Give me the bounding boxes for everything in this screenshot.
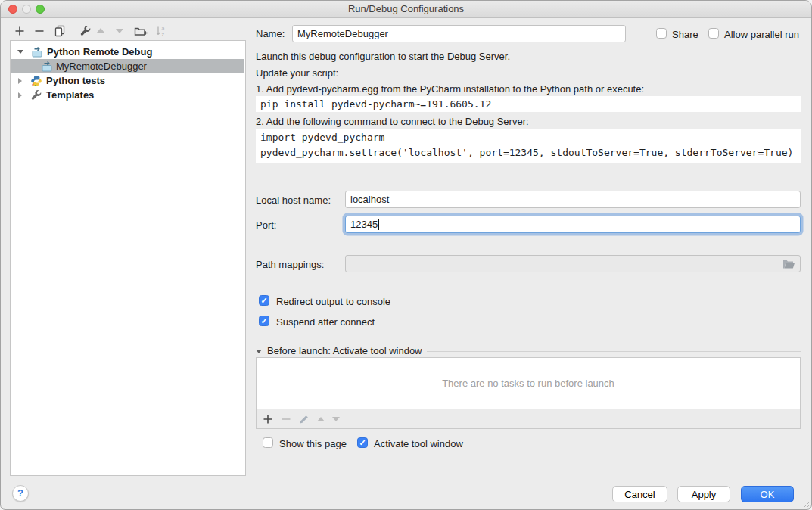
ok-button[interactable]: OK — [741, 486, 794, 502]
before-launch-title: Before launch: Activate tool window — [267, 345, 422, 356]
minimize-window-icon — [22, 5, 31, 14]
remove-configuration-icon[interactable] — [33, 25, 45, 37]
close-window-icon[interactable] — [8, 5, 17, 14]
tree-item-templates[interactable]: Templates — [11, 88, 244, 102]
tree-item-python-tests[interactable]: Python tests — [11, 73, 244, 88]
svg-text:a: a — [162, 26, 165, 31]
text-caret — [378, 219, 379, 230]
remote-debug-icon — [41, 61, 53, 73]
apply-button[interactable]: Apply — [677, 486, 730, 502]
before-launch-header[interactable]: Before launch: Activate tool window — [256, 345, 801, 356]
redirect-output-checkbox[interactable] — [259, 295, 269, 306]
import-code-block[interactable]: import pydevd_pycharmpydevd_pycharm.sett… — [256, 129, 801, 163]
chevron-expanded-icon[interactable] — [256, 350, 262, 353]
instruction-intro: Launch this debug configuration to start… — [256, 51, 510, 62]
empty-task-message: There are no tasks to run before launch — [442, 378, 614, 389]
suspend-after-connect-label: Suspend after connect — [276, 316, 375, 328]
cancel-button[interactable]: Cancel — [612, 486, 667, 502]
tree-item-python-remote-debug[interactable]: Python Remote Debug — [11, 45, 244, 59]
python-tests-icon — [30, 75, 42, 87]
folder-icon[interactable] — [782, 259, 795, 269]
name-input[interactable] — [292, 25, 626, 42]
tree-item-myremotedebugger[interactable]: MyRemoteDebugger — [11, 59, 244, 73]
remote-debug-icon — [31, 46, 43, 58]
sidebar-toolbar: az — [10, 24, 246, 39]
suspend-after-connect-checkbox[interactable] — [259, 316, 269, 326]
port-input[interactable]: 12345 — [345, 216, 801, 233]
remove-task-icon — [281, 414, 291, 424]
path-mappings-label: Path mappings: — [256, 259, 324, 270]
tree-item-label: Templates — [46, 89, 94, 101]
help-button[interactable]: ? — [12, 485, 29, 502]
before-launch-toolbar — [256, 409, 801, 429]
instruction-step1: 1. Add pydevd-pycharm.egg from the PyCha… — [256, 83, 644, 95]
activate-tool-window-label: Activate tool window — [374, 438, 463, 449]
name-label: Name: — [256, 28, 285, 39]
path-mappings-input[interactable] — [345, 255, 801, 272]
instruction-step2: 2. Add the following command to connect … — [256, 116, 529, 127]
wrench-icon — [30, 89, 42, 101]
run-debug-configurations-dialog: Run/Debug Configurations az Python Remot… — [0, 0, 812, 510]
title-bar[interactable]: Run/Debug Configurations — [1, 1, 811, 18]
share-checkbox[interactable] — [656, 28, 667, 39]
move-task-up-icon — [317, 417, 325, 421]
tree-item-label: MyRemoteDebugger — [56, 61, 147, 72]
tree-item-label: Python Remote Debug — [47, 46, 152, 58]
add-configuration-icon[interactable] — [14, 25, 26, 37]
move-up-icon — [97, 28, 104, 33]
move-down-icon — [116, 29, 123, 33]
share-label: Share — [672, 29, 698, 40]
import-code-line1: import pydevd_pycharm — [260, 132, 384, 143]
allow-parallel-run-label: Allow parallel run — [724, 29, 799, 40]
window-title: Run/Debug Configurations — [1, 1, 811, 17]
new-folder-icon[interactable] — [134, 25, 148, 37]
zoom-window-icon[interactable] — [36, 5, 45, 14]
local-host-label: Local host name: — [256, 194, 331, 206]
instruction-update: Update your script: — [256, 67, 338, 79]
chevron-collapsed-icon[interactable] — [18, 78, 22, 84]
move-task-down-icon — [332, 417, 340, 421]
activate-tool-window-checkbox[interactable] — [357, 437, 368, 448]
chevron-collapsed-icon[interactable] — [18, 92, 22, 98]
local-host-input[interactable] — [345, 191, 801, 208]
pip-install-code[interactable]: pip install pydevd-pycharm~=191.6605.12 — [256, 96, 801, 112]
allow-parallel-run-checkbox[interactable] — [708, 28, 719, 39]
redirect-output-label: Redirect output to console — [276, 296, 390, 307]
copy-configuration-icon[interactable] — [54, 25, 66, 37]
svg-text:z: z — [162, 32, 165, 37]
show-this-page-checkbox[interactable] — [263, 437, 273, 448]
configurations-tree: Python Remote Debug MyRemoteDebugger Pyt… — [10, 40, 246, 476]
add-task-icon[interactable] — [263, 414, 273, 424]
edit-task-icon — [299, 414, 310, 424]
section-divider — [427, 351, 801, 352]
edit-defaults-icon[interactable] — [79, 25, 92, 37]
port-label: Port: — [256, 219, 276, 231]
tree-item-label: Python tests — [46, 75, 105, 86]
before-launch-task-list[interactable]: There are no tasks to run before launch — [256, 357, 801, 409]
resize-grip[interactable] — [801, 499, 810, 508]
import-code-line2: pydevd_pycharm.settrace('localhost', por… — [260, 147, 793, 158]
port-value: 12345 — [350, 219, 378, 230]
chevron-expanded-icon[interactable] — [17, 50, 23, 54]
show-this-page-label: Show this page — [279, 438, 347, 449]
sort-alphabetically-icon: az — [155, 25, 167, 37]
